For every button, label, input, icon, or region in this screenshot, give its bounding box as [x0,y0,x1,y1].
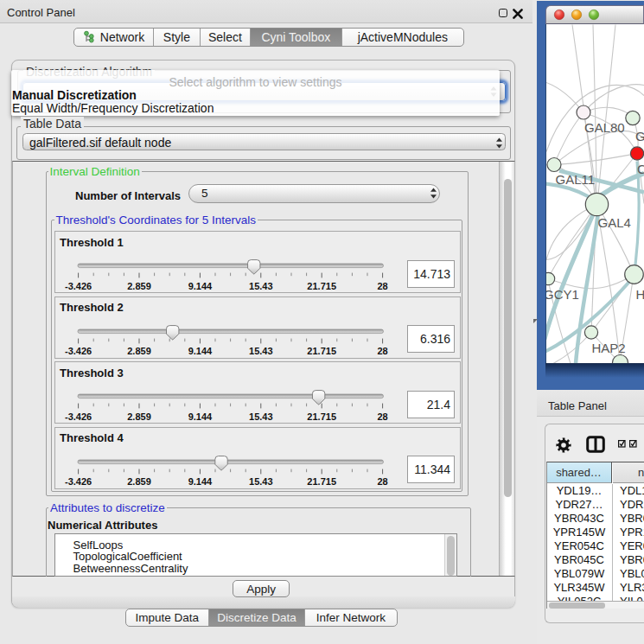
svg-text:GAL11: GAL11 [556,172,596,187]
svg-text:C: C [637,161,644,175]
svg-text:GAL4: GAL4 [598,215,631,230]
svg-text:GCY1: GCY1 [546,286,579,301]
svg-text:HAP2: HAP2 [592,340,626,354]
svg-text:HA: HA [636,286,644,301]
svg-text:GA: GA [635,128,644,143]
svg-text:GAL80: GAL80 [584,120,625,135]
